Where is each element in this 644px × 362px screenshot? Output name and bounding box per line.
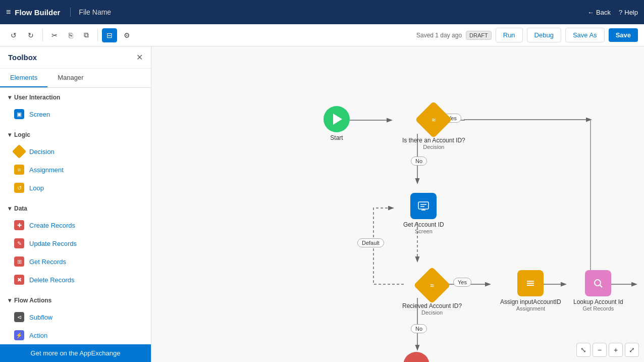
- lookup1-node[interactable]: Lookup Account Id Get Records: [573, 270, 623, 312]
- paste-icon: ⧉: [84, 31, 89, 39]
- toolbox-panel: Toolbox ✕ Elements Manager ▾ User Intera…: [0, 46, 151, 362]
- debug-button[interactable]: Debug: [527, 28, 561, 42]
- screen1-node[interactable]: Get Account ID Screen: [403, 193, 444, 234]
- decision1-node[interactable]: ≈ Is there an Account ID? Decision: [402, 105, 465, 150]
- settings-icon: ⚙: [124, 31, 130, 39]
- zoom-out-button[interactable]: −: [593, 343, 607, 357]
- saved-text: Saved 1 day ago: [416, 32, 462, 39]
- toolbox-item-assignment[interactable]: ≡ Assignment: [0, 161, 151, 179]
- action-icon: ⚡: [14, 330, 24, 340]
- cut-icon: ✂: [51, 31, 58, 39]
- toolbox-item-loop[interactable]: ↺ Loop: [0, 179, 151, 197]
- separator-2: [97, 29, 98, 41]
- separator-1: [42, 29, 43, 41]
- loop-label: Loop: [29, 184, 44, 192]
- settings-button[interactable]: ⚙: [119, 28, 135, 42]
- get-records-label: Get Records: [29, 258, 66, 266]
- section-logic-label: Logic: [14, 131, 30, 138]
- toolbox-item-subflow[interactable]: ⊲ Subflow: [0, 308, 151, 326]
- toolbox-item-action[interactable]: ⚡ Action: [0, 326, 151, 344]
- zoom-in-button[interactable]: +: [609, 343, 623, 357]
- app-brand: ≡ Flow Builder: [6, 8, 71, 17]
- toolbox-title: Toolbox: [8, 53, 37, 62]
- cut-button[interactable]: ✂: [47, 28, 62, 42]
- section-logic: ▾ Logic Decision ≡ Assignment ↺ Loop: [0, 125, 151, 199]
- view-button[interactable]: ⊟: [102, 28, 117, 42]
- copy-button[interactable]: ⎘: [64, 28, 77, 42]
- start-label: Start: [330, 134, 343, 141]
- redo-button[interactable]: ↻: [23, 28, 38, 42]
- toolbox-close-button[interactable]: ✕: [136, 53, 143, 62]
- connections-svg: [151, 46, 644, 362]
- file-name[interactable]: File Name: [79, 8, 587, 16]
- update-records-icon: ✎: [14, 238, 24, 248]
- section-user-interaction-header[interactable]: ▾ User Interaction: [0, 90, 151, 105]
- toolbox-header: Toolbox ✕: [0, 46, 151, 69]
- decision2-node[interactable]: ≈ Recieved Account ID? Decision: [402, 270, 462, 316]
- toolbox-item-delete-records[interactable]: ✖ Delete Records: [0, 271, 151, 289]
- assignment-icon: ≡: [14, 165, 24, 175]
- create-records-label: Create Records: [29, 222, 75, 229]
- subflow-label: Subflow: [29, 314, 52, 321]
- hamburger-icon[interactable]: ≡: [6, 8, 11, 17]
- help-icon: ?: [619, 9, 622, 16]
- toolbox-item-get-records[interactable]: ⊞ Get Records: [0, 252, 151, 271]
- main-layout: Toolbox ✕ Elements Manager ▾ User Intera…: [0, 46, 644, 362]
- start-circle: [324, 106, 350, 132]
- save-status: Saved 1 day ago DRAFT: [416, 31, 492, 40]
- undo-button[interactable]: ↺: [6, 28, 21, 42]
- decision2-sublabel: Decision: [421, 309, 443, 316]
- start-node[interactable]: Start: [324, 106, 350, 141]
- fit-button[interactable]: ⤢: [625, 343, 639, 357]
- save-as-button[interactable]: Save As: [565, 28, 605, 42]
- expand-button[interactable]: ⤡: [576, 343, 591, 357]
- section-data-header[interactable]: ▾ Data: [0, 201, 151, 216]
- section-flow-actions-label: Flow Actions: [14, 297, 51, 304]
- screen-icon: ▣: [14, 109, 24, 119]
- back-button[interactable]: ← Back: [587, 9, 611, 16]
- appexchange-footer[interactable]: Get more on the AppExchange: [0, 344, 151, 362]
- canvas-inner: Yes No Default Yes No Yes No Start ≈ Is …: [151, 46, 644, 362]
- subflow-icon: ⊲: [14, 312, 24, 322]
- flow-canvas[interactable]: Yes No Default Yes No Yes No Start ≈ Is …: [151, 46, 644, 362]
- start-triangle-icon: [333, 114, 342, 125]
- assign1-sublabel: Assignment: [516, 305, 545, 312]
- section-flow-actions-header[interactable]: ▾ Flow Actions: [0, 293, 151, 308]
- toolbox-tabs: Elements Manager: [0, 69, 151, 88]
- section-data: ▾ Data ✚ Create Records ✎ Update Records…: [0, 199, 151, 291]
- section-user-interaction-label: User Interaction: [14, 94, 60, 101]
- toolbox-item-decision[interactable]: Decision: [0, 142, 151, 161]
- delete-records-icon: ✖: [14, 275, 24, 285]
- screen1-label: Get Account ID: [403, 221, 444, 228]
- tab-manager[interactable]: Manager: [47, 69, 93, 87]
- conn-label-no1: No: [411, 157, 427, 166]
- decision-label: Decision: [29, 148, 55, 156]
- assignment-label: Assignment: [29, 166, 64, 174]
- help-button[interactable]: ? Help: [619, 9, 638, 16]
- section-logic-header[interactable]: ▾ Logic: [0, 127, 151, 142]
- tab-elements[interactable]: Elements: [0, 69, 47, 87]
- assign1-label: Assign inputAccountID: [500, 298, 561, 305]
- section-data-label: Data: [14, 205, 27, 212]
- chevron-down-icon-logic: ▾: [8, 131, 11, 138]
- conn-label-no2: No: [411, 324, 427, 333]
- paste-button[interactable]: ⧉: [79, 28, 93, 42]
- undo-icon: ↺: [11, 31, 17, 39]
- decision2-icon: ≈: [430, 282, 434, 289]
- run-button[interactable]: Run: [496, 28, 523, 42]
- back-arrow-icon: ←: [587, 9, 594, 16]
- stop-node[interactable]: Stop: [403, 352, 430, 362]
- section-user-interaction: ▾ User Interaction ▣ Screen: [0, 88, 151, 125]
- update-records-label: Update Records: [29, 240, 77, 247]
- action-label: Action: [29, 332, 47, 339]
- create-records-icon: ✚: [14, 220, 24, 230]
- toolbox-item-screen[interactable]: ▣ Screen: [0, 105, 151, 123]
- decision1-label: Is there an Account ID?: [402, 137, 465, 144]
- lookup1-icon: [585, 270, 611, 296]
- stop-circle: [403, 352, 430, 362]
- toolbox-item-update-records[interactable]: ✎ Update Records: [0, 234, 151, 252]
- save-button[interactable]: Save: [609, 28, 638, 42]
- view-icon: ⊟: [106, 31, 113, 39]
- assign1-node[interactable]: Assign inputAccountID Assignment: [500, 270, 561, 312]
- toolbox-item-create-records[interactable]: ✚ Create Records: [0, 216, 151, 234]
